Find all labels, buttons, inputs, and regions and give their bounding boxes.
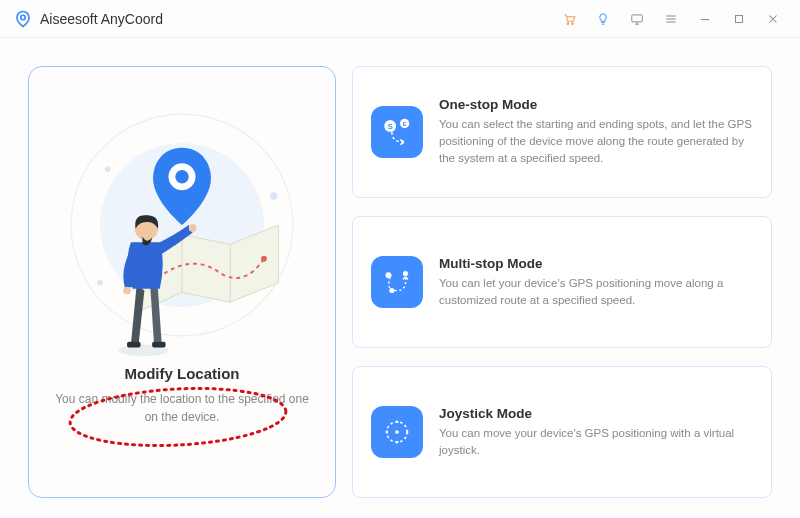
app-logo-icon [14, 10, 32, 28]
svg-point-14 [175, 170, 189, 184]
svg-point-19 [189, 224, 197, 232]
brand: Aiseesoft AnyCoord [14, 10, 163, 28]
mode-desc: You can move your device's GPS positioni… [439, 425, 753, 458]
svg-point-9 [97, 280, 103, 286]
svg-point-1 [567, 22, 569, 24]
mode-title: One-stop Mode [439, 97, 753, 112]
svg-text:E: E [403, 121, 407, 127]
svg-point-8 [270, 192, 278, 200]
svg-rect-16 [127, 342, 140, 348]
one-stop-mode-card[interactable]: S E One-stop Mode You can select the sta… [352, 66, 772, 198]
close-button[interactable] [756, 0, 790, 38]
mode-title: Joystick Mode [439, 406, 753, 421]
svg-text:S: S [388, 122, 393, 131]
svg-point-28 [389, 288, 394, 293]
titlebar: Aiseesoft AnyCoord [0, 0, 800, 38]
menu-button[interactable] [654, 0, 688, 38]
svg-point-27 [403, 271, 408, 276]
joystick-mode-card[interactable]: Joystick Mode You can move your device's… [352, 366, 772, 498]
modify-location-card[interactable]: Modify Location You can modify the locat… [28, 66, 336, 498]
app-title: Aiseesoft AnyCoord [40, 11, 163, 27]
modify-location-illustration [47, 85, 317, 365]
modify-location-title: Modify Location [47, 365, 317, 382]
svg-rect-17 [152, 342, 166, 348]
svg-rect-3 [632, 14, 643, 21]
svg-point-2 [572, 22, 574, 24]
multi-stop-mode-icon [371, 256, 423, 308]
main-content: Modify Location You can modify the locat… [0, 38, 800, 518]
svg-rect-4 [736, 15, 743, 22]
feedback-button[interactable] [620, 0, 654, 38]
mode-title: Multi-stop Mode [439, 256, 753, 271]
help-button[interactable] [586, 0, 620, 38]
svg-point-30 [395, 430, 399, 434]
joystick-mode-icon [371, 406, 423, 458]
one-stop-mode-icon: S E [371, 106, 423, 158]
cart-button[interactable] [552, 0, 586, 38]
close-icon [766, 12, 780, 26]
svg-point-18 [123, 287, 131, 295]
minimize-icon [698, 12, 712, 26]
cart-icon [562, 12, 576, 26]
mode-list: S E One-stop Mode You can select the sta… [352, 66, 772, 498]
minimize-button[interactable] [688, 0, 722, 38]
multi-stop-mode-card[interactable]: Multi-stop Mode You can let your device'… [352, 216, 772, 348]
modify-location-desc: You can modify the location to the speci… [47, 390, 317, 426]
screen-icon [630, 12, 644, 26]
modify-location-caption: Modify Location You can modify the locat… [47, 365, 317, 426]
mode-desc: You can let your device's GPS positionin… [439, 275, 753, 308]
maximize-icon [732, 12, 746, 26]
svg-point-0 [21, 15, 26, 20]
svg-point-12 [261, 256, 267, 262]
lightbulb-icon [596, 12, 610, 26]
menu-icon [664, 12, 678, 26]
mode-desc: You can select the starting and ending s… [439, 116, 753, 166]
maximize-button[interactable] [722, 0, 756, 38]
svg-point-7 [105, 166, 111, 172]
